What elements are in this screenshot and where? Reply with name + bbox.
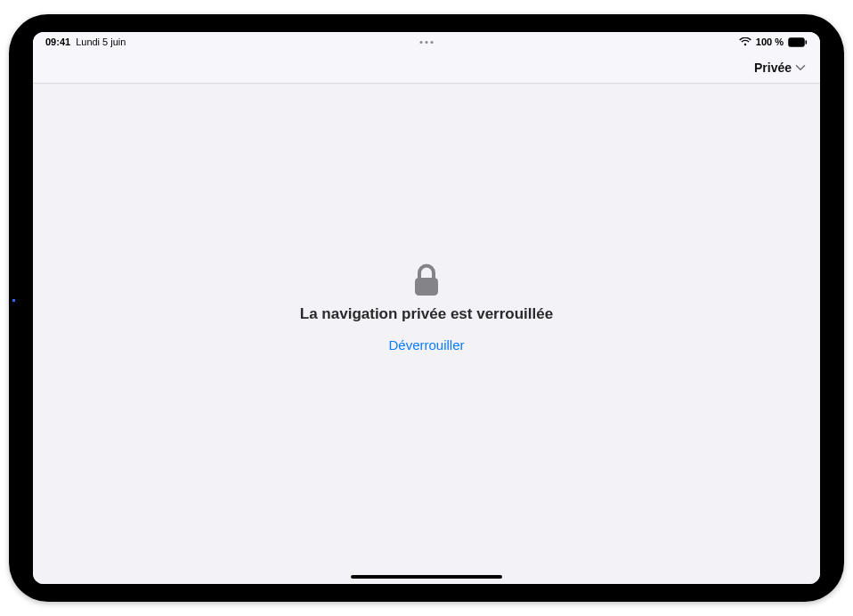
private-browsing-locked-panel: La navigation privée est verrouillée Dév… xyxy=(300,263,553,353)
status-battery-text: 100 % xyxy=(756,36,784,47)
locked-title: La navigation privée est verrouillée xyxy=(300,305,553,323)
svg-rect-1 xyxy=(806,40,808,45)
wifi-icon xyxy=(739,37,751,46)
tab-group-label: Privée xyxy=(754,61,792,75)
main-content: La navigation privée est verrouillée Dév… xyxy=(33,84,820,584)
battery-icon xyxy=(788,37,808,47)
tab-group-selector[interactable]: Privée xyxy=(754,61,806,75)
svg-rect-2 xyxy=(415,278,438,296)
side-indicator-dot xyxy=(12,299,15,302)
lock-icon xyxy=(411,263,442,298)
status-right: 100 % xyxy=(739,36,808,47)
chevron-down-icon xyxy=(795,64,806,71)
ipad-screen: 09:41 Lundi 5 juin 100 % xyxy=(33,32,820,584)
svg-rect-0 xyxy=(789,37,805,46)
status-date: Lundi 5 juin xyxy=(76,36,126,47)
status-bar: 09:41 Lundi 5 juin 100 % xyxy=(33,32,820,52)
status-left: 09:41 Lundi 5 juin xyxy=(45,36,126,47)
ipad-device-frame: 09:41 Lundi 5 juin 100 % xyxy=(9,14,844,602)
multitask-dots-icon[interactable] xyxy=(420,41,434,44)
browser-toolbar: Privée xyxy=(33,52,820,84)
status-time: 09:41 xyxy=(45,36,70,47)
unlock-button[interactable]: Déverrouiller xyxy=(388,337,464,353)
home-indicator[interactable] xyxy=(351,575,502,579)
